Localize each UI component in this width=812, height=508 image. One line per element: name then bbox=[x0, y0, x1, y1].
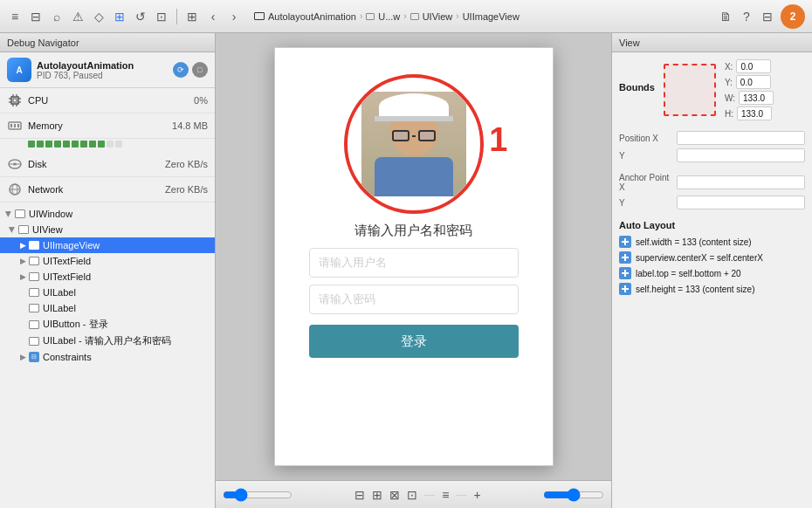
grid-tb-icon[interactable]: ⊞ bbox=[372, 488, 382, 502]
grid2-icon[interactable]: ⊞ bbox=[184, 9, 200, 24]
constraint-row-3: self.height = 133 (content size) bbox=[619, 283, 805, 295]
tree-arrow-uiimageview[interactable]: ▶ bbox=[17, 240, 28, 251]
tree-item-uibutton[interactable]: ▶ UIButton - 登录 bbox=[0, 316, 215, 333]
view-icon[interactable]: ⊡ bbox=[154, 9, 169, 24]
tree-arrow-constraints[interactable]: ▶ bbox=[17, 352, 28, 362]
position-y-value[interactable] bbox=[677, 148, 805, 162]
constraint-icon-2 bbox=[619, 267, 631, 279]
uitextfield-2-icon bbox=[28, 271, 40, 283]
zoom-slider-right[interactable] bbox=[543, 489, 604, 501]
inspector-icon[interactable]: ⊟ bbox=[760, 9, 775, 24]
svg-rect-23 bbox=[624, 254, 626, 261]
canvas-tb-right bbox=[543, 489, 604, 501]
minus-tb-icon[interactable]: ≡ bbox=[442, 488, 449, 502]
tree-arrow-uiwindow[interactable]: ▶ bbox=[3, 209, 14, 219]
arrow-left-icon[interactable]: ↺ bbox=[133, 9, 148, 24]
instruction-label: 请输入用户名和密码 bbox=[354, 223, 472, 239]
uiimageview-label: UIImageView bbox=[43, 240, 100, 251]
position-x-value[interactable] bbox=[677, 131, 805, 145]
tree-arrow-uitextfield-2[interactable]: ▶ bbox=[17, 271, 28, 282]
folder-icon[interactable]: ⊟ bbox=[28, 9, 44, 24]
tree-item-uiimageview[interactable]: ▶ UIImageView bbox=[0, 237, 215, 253]
tree-item-uilabel-input[interactable]: ▶ UILabel - 请输入用户名和密码 bbox=[0, 333, 215, 349]
bounds-x-row: X: 0.0 bbox=[725, 59, 774, 73]
uilabel-2-label: UILabel bbox=[43, 303, 76, 313]
anchor-y-row: Y bbox=[619, 196, 805, 209]
bounds-section: Bounds X: 0.0 Y: 0.0 W: 133.0 bbox=[619, 59, 805, 120]
tree-item-uilabel-1[interactable]: ▶ UILabel bbox=[0, 285, 215, 300]
app-name: AutolayoutAnimation bbox=[37, 60, 134, 71]
bar-6 bbox=[72, 141, 79, 148]
breakpoint-icon[interactable]: ◇ bbox=[91, 9, 107, 24]
position-x-row: Position X bbox=[619, 131, 805, 145]
constraint-row-0: self.width = 133 (content size) bbox=[619, 236, 805, 248]
anchor-x-value[interactable] bbox=[677, 175, 805, 189]
app-icon: A bbox=[7, 58, 31, 82]
uilabel-input-icon bbox=[28, 335, 40, 347]
anchor-y-value[interactable] bbox=[677, 196, 805, 209]
plus-tb-icon[interactable]: + bbox=[473, 488, 480, 502]
network-icon bbox=[7, 182, 23, 197]
bounds-values: X: 0.0 Y: 0.0 W: 133.0 H: bbox=[725, 59, 774, 120]
bar-8 bbox=[89, 141, 96, 148]
cpu-value: 0% bbox=[194, 95, 208, 106]
bar-7 bbox=[80, 141, 87, 148]
badge-button[interactable]: 2 bbox=[781, 4, 805, 29]
constraint-text-2: label.top = self.bottom + 20 bbox=[636, 269, 741, 278]
username-field[interactable]: 请输入用户名 bbox=[309, 248, 519, 278]
breadcrumb-item-3[interactable]: UIView bbox=[410, 11, 453, 22]
zoom-slider-left[interactable] bbox=[223, 489, 292, 501]
warning-icon[interactable]: ⚠ bbox=[70, 9, 86, 24]
tree-arrow-uitextfield-1[interactable]: ▶ bbox=[17, 256, 28, 266]
device-icon[interactable]: ⊟ bbox=[354, 488, 365, 502]
bar-2 bbox=[37, 141, 44, 148]
svg-rect-27 bbox=[624, 285, 626, 292]
glass-left bbox=[392, 130, 409, 141]
tree-item-uitextfield-2[interactable]: ▶ UITextField bbox=[0, 269, 215, 285]
anchor-x-row: Anchor Point X bbox=[619, 173, 805, 192]
layout-tb-icon[interactable]: ⊠ bbox=[389, 488, 400, 502]
h-value[interactable]: 133.0 bbox=[737, 106, 772, 120]
grid-icon[interactable]: ⊞ bbox=[112, 9, 127, 24]
password-field[interactable]: 请输入密码 bbox=[309, 285, 519, 314]
uiimageview-icon bbox=[28, 239, 40, 251]
tree-view: ▶ UIWindow ▶ UIView ▶ UIImageView ▶ UITe… bbox=[0, 203, 215, 508]
breadcrumb: AutolayoutAnimation › U...w › UIView › U… bbox=[254, 11, 712, 22]
constraint-text-0: self.width = 133 (content size) bbox=[636, 237, 752, 247]
svg-rect-13 bbox=[17, 124, 19, 127]
anchor-section: Anchor Point X Y bbox=[619, 173, 805, 209]
app-info: A AutolayoutAnimation PID 763, Paused ⟳ … bbox=[0, 52, 215, 88]
breadcrumb-item-1[interactable]: AutolayoutAnimation bbox=[254, 11, 356, 22]
view-icon-sm bbox=[366, 13, 375, 20]
tb-sep-2: — bbox=[456, 489, 466, 501]
y-label: Y: bbox=[725, 78, 733, 87]
nav-back-icon[interactable]: ‹ bbox=[205, 9, 221, 24]
y-value[interactable]: 0.0 bbox=[736, 75, 771, 89]
phone-canvas: 1 请输入用户名和密码 请输入用户名 请输入密码 登录 bbox=[275, 48, 553, 465]
tree-item-uiview[interactable]: ▶ UIView bbox=[0, 222, 215, 237]
tree-item-uilabel-2[interactable]: ▶ UILabel bbox=[0, 300, 215, 316]
x-value[interactable]: 0.0 bbox=[736, 59, 771, 73]
app-icon-btn[interactable]: ≡ bbox=[7, 9, 23, 24]
tree-item-constraints[interactable]: ▶ ⊟ Constraints bbox=[0, 349, 215, 365]
svg-rect-25 bbox=[624, 270, 626, 277]
tree-arrow-uiview[interactable]: ▶ bbox=[7, 224, 17, 235]
login-button[interactable]: 登录 bbox=[309, 325, 519, 358]
breadcrumb-item-2[interactable]: U...w bbox=[366, 11, 400, 22]
app-details: AutolayoutAnimation PID 763, Paused bbox=[37, 60, 134, 80]
file-icon[interactable]: 🗎 bbox=[718, 9, 733, 24]
bar-1 bbox=[28, 141, 35, 148]
svg-rect-12 bbox=[14, 124, 16, 127]
stop-btn[interactable]: □ bbox=[192, 62, 208, 78]
network-metric-row: Network Zero KB/s bbox=[0, 177, 215, 203]
help-icon[interactable]: ? bbox=[739, 9, 754, 24]
pause-btn[interactable]: ⟳ bbox=[173, 62, 189, 78]
nav-forward-icon[interactable]: › bbox=[226, 9, 242, 24]
tree-item-uitextfield-1[interactable]: ▶ UITextField bbox=[0, 253, 215, 269]
tree-item-uiwindow[interactable]: ▶ UIWindow bbox=[0, 206, 215, 222]
search-icon[interactable]: ⌕ bbox=[49, 9, 65, 24]
layout2-tb-icon[interactable]: ⊡ bbox=[407, 488, 417, 502]
w-value[interactable]: 133.0 bbox=[739, 91, 774, 105]
constraint-icon-0 bbox=[619, 236, 631, 248]
breadcrumb-item-4[interactable]: UIImageView bbox=[463, 11, 520, 22]
